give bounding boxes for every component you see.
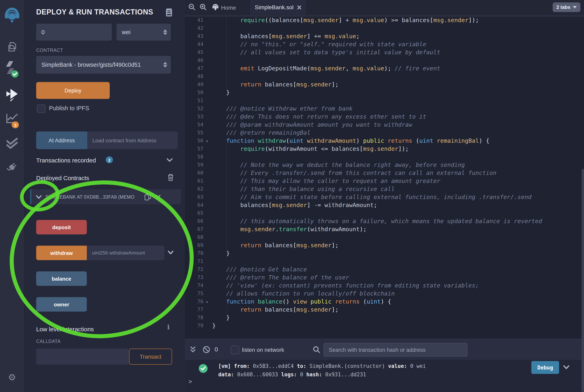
settings-gear-icon[interactable]: ⚙ (0, 372, 24, 383)
pending-tx-count: 0 (215, 346, 218, 352)
tab-close-icon[interactable] (297, 5, 302, 10)
deployed-contracts-label: Deployed Contracts (36, 174, 89, 181)
contract-select[interactable]: SimpleBank - browser/gists/f490c0d51 (36, 56, 171, 74)
debugger-plug-icon[interactable] (0, 161, 24, 173)
at-address-button[interactable]: At Address (36, 132, 87, 149)
code-line: 64 balances[msg.sender] -= withdrawAmoun… (185, 202, 584, 210)
copy-icon[interactable] (144, 193, 151, 200)
fn-owner-button[interactable]: owner (36, 297, 87, 312)
terminal-search-input[interactable]: Search with transaction hash or address (324, 343, 468, 356)
tx-recorded-label: Transactions recorded (36, 157, 96, 164)
code-line: 58 (185, 154, 584, 162)
tab-home[interactable]: Home (208, 0, 240, 15)
tab-home-label: Home (221, 4, 236, 11)
code-line: 78 } (185, 314, 584, 322)
code-line: 75 // allows function to run locally/off… (185, 290, 584, 298)
deploy-button[interactable]: Deploy (36, 82, 110, 99)
analytics-badge: 3 (12, 122, 19, 128)
info-icon[interactable]: i (167, 323, 170, 331)
contract-select-value: SimpleBank - browser/gists/f490c0d51 (41, 62, 162, 68)
zoom-out-icon[interactable] (188, 3, 196, 11)
deployed-instance-header[interactable]: SIMPLEBANK AT 0XD8B...33FA8 (MEMO (30, 189, 181, 204)
code-line: 47 emit LogDepositMade(msg.sender, msg.v… (185, 65, 584, 73)
code-line: 69 return balances[msg.sender]; (185, 242, 584, 250)
editor-scrollbar[interactable] (582, 169, 584, 392)
file-explorer-icon[interactable] (0, 42, 24, 53)
tx-expand-chevron-icon[interactable] (563, 365, 570, 370)
tabs-count-button[interactable]: 2 tabs (553, 2, 581, 12)
spinner-arrows-icon[interactable] (163, 29, 167, 35)
static-analysis-icon[interactable] (0, 138, 24, 150)
tab-simplebank[interactable]: SimpleBank.sol (249, 0, 307, 14)
tab-bar: Home SimpleBank.sol 2 tabs (185, 0, 584, 15)
code-lines: 41 require((balances[msg.sender] + msg.v… (185, 17, 584, 330)
code-line: 48 (185, 73, 584, 81)
code-editor[interactable]: 41 require((balances[msg.sender] + msg.v… (185, 15, 584, 339)
code-line: 51 (185, 97, 584, 105)
terminal-prompt[interactable]: > (188, 378, 192, 385)
calldata-input[interactable] (36, 348, 129, 365)
code-line: 74 // 'view' (ex: constant) prevents fun… (185, 282, 584, 290)
remix-mini-logo-icon (212, 4, 219, 11)
expand-terminal-icon[interactable] (190, 346, 196, 354)
remix-ide-window: 3 ⚙ DEPLOY & RUN TRANSACTIONS (0, 0, 584, 392)
chevron-down-icon (573, 6, 577, 8)
tx-success-check-icon (199, 364, 208, 373)
fn-withdraw-button[interactable]: withdraw (36, 246, 87, 260)
spinner-arrows-icon[interactable] (163, 62, 167, 68)
publish-ipfs-checkbox[interactable] (37, 104, 45, 113)
analytics-icon[interactable]: 3 (0, 113, 24, 124)
tx-recorded-chevron-icon[interactable] (166, 158, 173, 162)
low-level-label: Low level interactions (36, 326, 94, 332)
clear-console-icon[interactable] (203, 346, 210, 354)
code-line: 77 return balances[msg.sender]; (185, 306, 584, 314)
solidity-compiler-icon[interactable] (0, 60, 24, 80)
code-line: 45 // all values set to data type's init… (185, 49, 584, 57)
code-line: 62 // than their balance using a recursi… (185, 186, 584, 194)
transact-button[interactable]: Transact (129, 348, 172, 365)
code-line: 53 /// @dev This does not return any exc… (185, 114, 584, 122)
at-address-input[interactable]: Load contract from Address (87, 132, 178, 149)
fn-balance-button[interactable]: balance (36, 272, 87, 286)
icon-rail: 3 ⚙ (0, 0, 24, 392)
tx-log[interactable]: [vm] from: 0x5B3...eddC4 to: SimpleBank.… (218, 362, 426, 379)
tab-file-label: SimpleBank.sol (255, 4, 294, 10)
code-line: 55 /// @return remainingBal (185, 130, 584, 138)
code-line: 63 // Aim to commit state before calling… (185, 194, 584, 202)
current-line-highlight (185, 15, 584, 17)
panel-title: DEPLOY & RUN TRANSACTIONS (36, 8, 153, 16)
zoom-in-icon[interactable] (199, 3, 207, 11)
fn-deposit-button[interactable]: deposit (36, 220, 87, 234)
tx-recorded-badge: 2 (106, 156, 113, 163)
trash-icon[interactable] (167, 173, 174, 181)
tx-log-line1: [vm] from: 0x5B3...eddC4 to: SimpleBank.… (218, 362, 426, 370)
unit-select[interactable]: wei (116, 24, 171, 40)
instance-close-icon[interactable] (156, 194, 161, 199)
code-line: 65 (185, 210, 584, 218)
withdraw-expand-chevron-icon[interactable] (168, 250, 174, 254)
main-area: Home SimpleBank.sol 2 tabs 41 require((b… (185, 0, 584, 392)
deploy-run-icon[interactable] (0, 88, 24, 102)
code-line: 42 (185, 25, 584, 33)
withdraw-amount-input[interactable]: uint256 withdrawAmount (87, 246, 164, 260)
code-line: 41 require((balances[msg.sender] + msg.v… (185, 17, 584, 25)
code-line: 73 /// @return The balance of the user (185, 274, 584, 282)
code-line: 52 /// @notice Withdraw ether from bank (185, 105, 584, 114)
value-input[interactable]: 0 (36, 24, 112, 40)
at-address-placeholder: Load contract from Address (92, 137, 156, 143)
listen-network-checkbox[interactable] (231, 346, 239, 354)
terminal-search-placeholder: Search with transaction hash or address (329, 347, 426, 353)
tx-log-line2: data: 0x608...60033 logs: 0 hash: 0x931.… (218, 370, 426, 379)
code-line: 57 require(withdrawAmount <= balances[ms… (185, 146, 584, 154)
debug-button[interactable]: Debug (531, 361, 559, 374)
contract-label: CONTRACT (36, 48, 63, 53)
code-line: 70 } (185, 250, 584, 258)
value-text: 0 (41, 29, 45, 36)
plugin-doc-icon[interactable] (166, 8, 172, 16)
code-line: 68 (185, 234, 584, 242)
instance-expand-chevron-icon[interactable] (36, 195, 42, 199)
code-line: 46 (185, 57, 584, 65)
fold-marker-icon: ▾ (206, 138, 212, 146)
code-line: 61 // This may allow the caller to reque… (185, 178, 584, 186)
instance-title: SIMPLEBANK AT 0XD8B...33FA8 (MEMO (45, 194, 141, 199)
